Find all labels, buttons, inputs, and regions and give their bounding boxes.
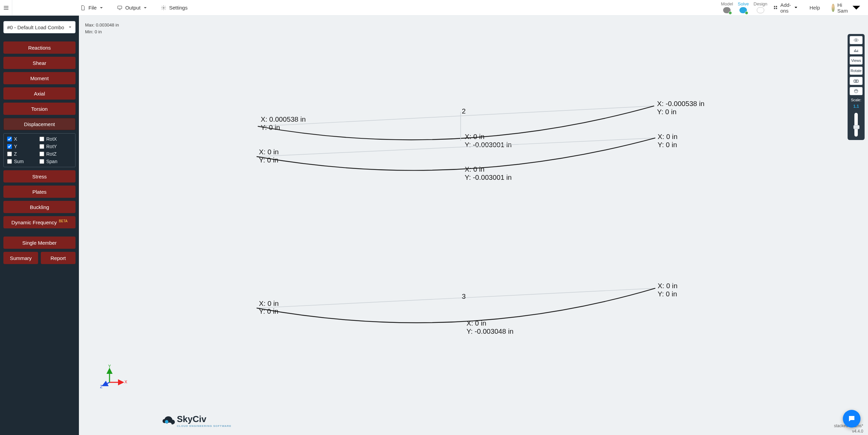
displacement-plot: X: 0.000538 in Y: 0 in X: 0 in Y: -0.003…: [79, 16, 868, 435]
sidebar: #0 - Default Load Combo Reactions Shear …: [0, 16, 79, 435]
menu-help[interactable]: ? Help: [807, 5, 823, 11]
scale-value: 1.1: [853, 104, 859, 109]
chk-span[interactable]: [39, 159, 44, 164]
chk-y[interactable]: [7, 144, 12, 149]
svg-text:X: 0 in: X: 0 in: [658, 282, 678, 290]
svg-text:X: 0 in: X: 0 in: [259, 148, 279, 156]
svg-rect-0: [118, 6, 122, 8]
chk-rotz[interactable]: [39, 152, 44, 156]
svg-rect-5: [776, 8, 777, 10]
tool-eye[interactable]: [850, 36, 863, 44]
chevron-down-icon: [851, 2, 862, 13]
logo-tagline: CLOUD ENGINEERING SOFTWARE: [177, 424, 231, 428]
chevron-down-icon: [143, 6, 147, 10]
opt-rotz[interactable]: RotZ: [39, 151, 72, 157]
svg-line-24: [256, 288, 655, 308]
version-label: v4.4.0: [852, 429, 863, 434]
tab-design[interactable]: Design: [754, 1, 767, 13]
menu-output[interactable]: Output: [117, 5, 147, 11]
load-combo-select[interactable]: #0 - Default Load Combo: [3, 21, 76, 33]
svg-point-1: [163, 7, 164, 8]
btn-buckling[interactable]: Buckling: [3, 201, 76, 213]
canvas[interactable]: Max: 0.003048 in Min: 0 in X: 0.000538 i…: [79, 16, 868, 435]
chevron-down-icon: [99, 6, 103, 10]
btn-stress[interactable]: Stress: [3, 170, 76, 182]
monitor-icon: [117, 5, 122, 11]
gear-icon: [161, 5, 166, 11]
beta-tag: BETA: [59, 219, 67, 223]
opt-span[interactable]: Span: [39, 159, 72, 164]
opt-roty[interactable]: RotY: [39, 144, 72, 149]
chat-button[interactable]: [843, 410, 861, 428]
btn-plates[interactable]: Plates: [3, 186, 76, 198]
logo-icon: [162, 415, 176, 427]
chk-z[interactable]: [7, 152, 12, 156]
tool-cube[interactable]: [850, 87, 863, 95]
chevron-down-icon: [794, 5, 798, 10]
tool-camera[interactable]: [850, 77, 863, 85]
chat-icon: [848, 415, 856, 423]
logo-name: SkyCiv: [177, 414, 206, 424]
btn-axial[interactable]: Axial: [3, 87, 76, 100]
svg-text:Y: 0 in: Y: 0 in: [261, 123, 280, 131]
chk-rotx[interactable]: [39, 137, 44, 141]
svg-text:X: 0.000538 in: X: 0.000538 in: [261, 115, 306, 123]
scale-slider[interactable]: [854, 113, 858, 137]
tool-views[interactable]: Views: [850, 56, 863, 65]
user-greeting: Hi Sam: [837, 2, 848, 14]
tab-solve[interactable]: Solve: [738, 1, 749, 13]
topbar-right: Add-ons ? Help Hi Sam: [767, 0, 868, 15]
chk-roty[interactable]: [39, 144, 44, 149]
btn-dynfreq[interactable]: Dynamic Frequency BETA: [3, 216, 76, 228]
btn-shear[interactable]: Shear: [3, 57, 76, 69]
btn-displacement[interactable]: Displacement: [3, 118, 76, 130]
user-menu[interactable]: Hi Sam: [832, 2, 862, 14]
model-status-icon: [723, 7, 731, 13]
tab-model[interactable]: Model: [721, 1, 733, 13]
btn-torsion[interactable]: Torsion: [3, 103, 76, 115]
btn-moment[interactable]: Moment: [3, 72, 76, 84]
avatar: [832, 4, 835, 12]
opt-y[interactable]: Y: [7, 144, 39, 149]
tool-chart[interactable]: [850, 46, 863, 54]
svg-text:Y: 0 in: Y: 0 in: [658, 290, 677, 298]
eye-icon: [853, 38, 859, 42]
svg-line-17: [256, 138, 655, 157]
chk-x[interactable]: [7, 137, 12, 141]
svg-point-41: [165, 420, 168, 423]
svg-text:Y: -0.003048 in: Y: -0.003048 in: [466, 327, 513, 335]
svg-text:X: X: [124, 380, 127, 384]
grid-icon: [773, 5, 778, 10]
menu-help-label: Help: [809, 5, 820, 11]
menu-file[interactable]: File: [80, 5, 103, 11]
chk-sum[interactable]: [7, 159, 12, 164]
svg-text:Y: 0 in: Y: 0 in: [259, 156, 278, 164]
opt-x[interactable]: X: [7, 136, 39, 142]
tab-model-label: Model: [721, 1, 733, 6]
chevron-down-icon: [68, 25, 72, 29]
svg-text:Y: Y: [108, 364, 111, 369]
svg-text:X: 0 in: X: 0 in: [658, 133, 678, 140]
btn-single-member[interactable]: Single Member: [3, 237, 76, 249]
btn-summary[interactable]: Summary: [3, 252, 38, 264]
topbar-menus: File Output Settings: [12, 0, 187, 15]
hamburger-menu[interactable]: [0, 0, 12, 15]
opt-rotx[interactable]: RotX: [39, 136, 72, 142]
menu-settings[interactable]: Settings: [161, 5, 187, 11]
file-icon: [80, 5, 86, 11]
opt-sum[interactable]: Sum: [7, 159, 39, 164]
svg-text:Y: -0.003001 in: Y: -0.003001 in: [465, 173, 512, 181]
solve-status-icon: [739, 7, 747, 13]
btn-reactions[interactable]: Reactions: [3, 41, 76, 54]
svg-text:Y: 0 in: Y: 0 in: [658, 141, 677, 149]
opt-z[interactable]: Z: [7, 151, 39, 157]
design-status-icon: [757, 7, 764, 13]
cube-icon: [854, 89, 858, 93]
svg-text:X: 0 in: X: 0 in: [465, 133, 484, 140]
btn-report[interactable]: Report: [41, 252, 76, 264]
svg-text:3: 3: [462, 292, 466, 300]
menu-addons[interactable]: Add-ons: [773, 2, 798, 14]
tool-rotate[interactable]: Rotate: [850, 67, 863, 75]
svg-text:Y: 0 in: Y: 0 in: [657, 108, 677, 116]
scale-label: Scale:: [851, 98, 862, 102]
